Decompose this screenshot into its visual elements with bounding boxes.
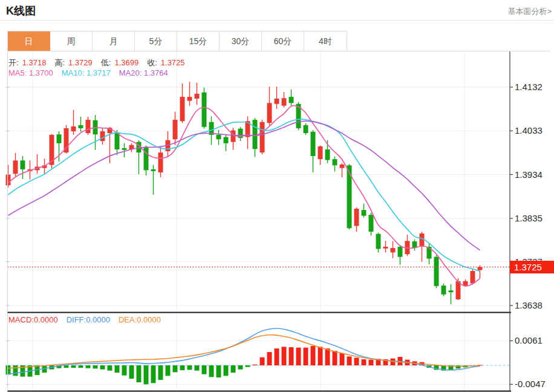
candle-body [478, 267, 483, 270]
candle-body [57, 134, 62, 143]
candle-body [21, 160, 25, 169]
macd-bar [209, 365, 214, 377]
macd-bar [246, 365, 250, 367]
tab-60min[interactable]: 60分 [262, 31, 304, 51]
candle-body [71, 126, 76, 131]
macd-bar [129, 365, 134, 379]
macd-bar [289, 347, 294, 365]
candle-body [420, 234, 425, 247]
candle-body [304, 125, 308, 133]
candle-body [158, 152, 163, 172]
candle-body [391, 248, 396, 252]
fundamental-analysis-link[interactable]: 基本面分析> [507, 6, 552, 17]
tab-4hour[interactable]: 4时 [304, 31, 347, 51]
candle-body [151, 169, 156, 171]
candle-body [471, 271, 475, 283]
macd-bar [318, 347, 323, 365]
macd-bar [93, 365, 98, 368]
candle-body [362, 210, 367, 216]
candle-body [333, 159, 337, 165]
candle-body [202, 93, 207, 127]
candle-body [195, 94, 200, 99]
page-title: K线图 [6, 4, 36, 18]
macd-bar [296, 348, 301, 365]
macd-bar [115, 365, 120, 373]
macd-bar [86, 365, 91, 368]
macd-bar [122, 365, 127, 376]
macd-bar [151, 365, 156, 383]
candle-body [253, 120, 258, 149]
candle-body [260, 122, 265, 152]
macd-bar [64, 365, 69, 368]
candle-body [463, 281, 468, 286]
macd-bar [6, 365, 11, 374]
candle-body [282, 98, 287, 105]
macd-dea-line [8, 335, 480, 368]
candle-body [122, 148, 127, 150]
period-tabbar: 日周月5分15分30分60分4时 [7, 31, 347, 51]
macd-bar [253, 365, 258, 365]
macd-bar [166, 365, 171, 376]
candle-body [318, 146, 323, 159]
candle-body [115, 133, 120, 149]
tab-15min[interactable]: 15分 [177, 31, 220, 51]
candle-body [144, 147, 149, 171]
macd-bar [137, 365, 142, 382]
tab-5min[interactable]: 5分 [135, 31, 177, 51]
kline-chart[interactable] [0, 0, 554, 392]
candle-body [86, 120, 91, 133]
candle-body [267, 103, 272, 123]
tab-day[interactable]: 日 [8, 31, 50, 51]
tab-week[interactable]: 周 [50, 31, 93, 51]
candle-body [289, 97, 294, 103]
macd-bar [187, 365, 192, 370]
macd-bar [224, 365, 229, 376]
macd-bar [304, 348, 308, 365]
candle-body [369, 215, 374, 232]
candle-body [442, 286, 446, 295]
macd-bar [195, 365, 200, 371]
ma5-line [8, 105, 480, 286]
candle-body [354, 209, 359, 226]
macd-bar [217, 365, 221, 377]
candle-body [217, 135, 221, 139]
candle-body [376, 234, 381, 249]
macd-bar [260, 358, 265, 365]
macd-bar [79, 365, 83, 368]
macd-bar [362, 359, 367, 365]
candle-body [173, 120, 178, 139]
macd-bar [158, 365, 163, 380]
macd-bar [108, 365, 112, 371]
macd-bar [347, 356, 352, 365]
macd-bar [100, 365, 105, 370]
macd-bar [333, 351, 337, 365]
macd-bar [71, 365, 76, 368]
macd-bar [354, 358, 359, 365]
candle-body [231, 131, 236, 142]
macd-bar [275, 348, 279, 365]
candle-body [398, 247, 403, 257]
macd-bar [180, 365, 185, 370]
macd-bar [144, 365, 149, 384]
current-price-tag: 1.3725 [510, 261, 554, 273]
macd-bar [238, 365, 243, 370]
candle-body [224, 137, 229, 143]
macd-bar [340, 353, 345, 365]
macd-bar [325, 348, 330, 365]
candle-body [6, 175, 11, 186]
candle-body [383, 247, 388, 249]
candle-body [187, 97, 192, 101]
candle-body [100, 131, 105, 141]
macd-bar [13, 365, 18, 376]
macd-bar [311, 346, 316, 365]
candle-body [449, 290, 454, 292]
header-divider [0, 20, 554, 21]
candle-body [311, 132, 316, 156]
macd-bar [173, 365, 178, 372]
macd-bar [267, 352, 272, 365]
tab-30min[interactable]: 30分 [220, 31, 262, 51]
candle-body [325, 149, 330, 160]
candle-body [79, 125, 83, 128]
tab-month[interactable]: 月 [93, 31, 135, 51]
candle-body [180, 97, 185, 121]
